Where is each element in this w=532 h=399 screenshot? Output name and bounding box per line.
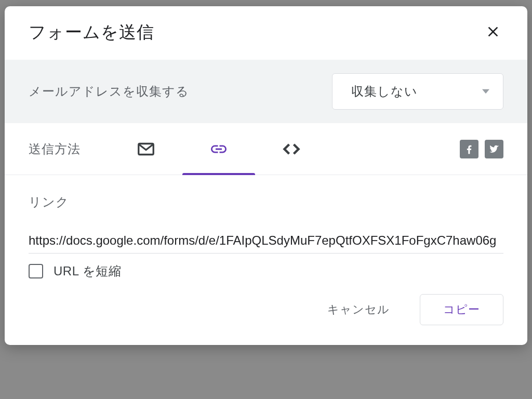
link-section: リンク [5, 175, 527, 254]
collect-emails-bar: メールアドレスを収集する 収集しない [5, 60, 527, 123]
send-method-label: 送信方法 [29, 141, 81, 157]
tab-link[interactable] [182, 123, 255, 175]
share-twitter-button[interactable] [485, 140, 503, 158]
link-url-input[interactable] [29, 230, 503, 254]
collect-emails-select[interactable]: 収集しない [332, 73, 503, 110]
share-facebook-button[interactable] [460, 140, 478, 158]
cancel-button[interactable]: キャンセル [313, 295, 404, 325]
link-section-label: リンク [29, 194, 503, 210]
send-method-tabs [110, 123, 328, 175]
link-icon [209, 140, 228, 158]
mail-icon [137, 140, 155, 158]
shorten-url-checkbox[interactable] [29, 264, 43, 278]
collect-emails-label: メールアドレスを収集する [29, 83, 189, 100]
twitter-icon [488, 143, 500, 155]
copy-button[interactable]: コピー [420, 294, 503, 325]
shorten-url-row: URL を短縮 [5, 254, 527, 280]
send-method-row: 送信方法 [5, 123, 527, 175]
dialog-title: フォームを送信 [29, 21, 154, 44]
tab-embed[interactable] [255, 123, 328, 175]
collect-emails-value: 収集しない [351, 83, 418, 100]
dialog-footer: キャンセル コピー [5, 280, 527, 345]
send-form-dialog: フォームを送信 メールアドレスを収集する 収集しない 送信方法 [5, 6, 527, 345]
chevron-down-icon [482, 88, 489, 95]
tab-email[interactable] [110, 123, 182, 175]
close-icon [485, 23, 501, 40]
social-share [460, 140, 503, 158]
dialog-header: フォームを送信 [5, 6, 527, 60]
close-button[interactable] [483, 21, 503, 44]
shorten-url-label: URL を短縮 [54, 263, 121, 280]
facebook-icon [463, 143, 475, 155]
embed-icon [282, 140, 301, 158]
